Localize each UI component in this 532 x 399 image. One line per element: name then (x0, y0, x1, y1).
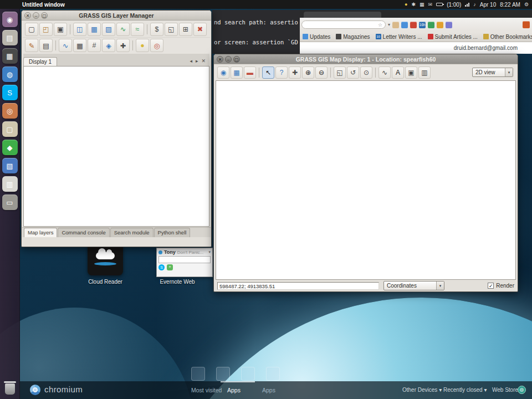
extension-icon[interactable] (437, 22, 443, 28)
tab-close-icon[interactable]: ✕ (201, 58, 206, 64)
save-display-button[interactable]: ▣ (405, 66, 417, 79)
minimize-button[interactable]: – (33, 12, 39, 19)
launcher-item-package-manager[interactable]: ▧ (2, 158, 18, 173)
maximize-button[interactable]: ▢ (41, 12, 48, 19)
launcher-item-chromium[interactable]: ◍ (2, 66, 18, 82)
add-text-overlay-button[interactable]: A (392, 66, 404, 79)
launcher-item-archive[interactable]: ▥ (2, 176, 18, 192)
zoom-back-button[interactable]: ↺ (347, 66, 359, 79)
add-contact-icon[interactable]: + (167, 264, 173, 270)
battery-icon[interactable] (436, 3, 443, 6)
histogram-button[interactable]: ▦ (73, 39, 86, 52)
close-button[interactable]: ✕ (24, 12, 31, 19)
pan-tool-button[interactable]: ✚ (289, 66, 301, 79)
display-map-button[interactable]: ◉ (217, 66, 229, 79)
app-thumbnail[interactable] (216, 367, 230, 381)
web-store-link[interactable]: Web Store (492, 387, 518, 393)
app-thumbnail[interactable] (241, 367, 255, 381)
analyze-button[interactable]: ∿ (378, 66, 391, 79)
launcher-item-software-center[interactable]: ◎ (2, 103, 18, 119)
minimize-button[interactable]: – (225, 56, 232, 63)
tab-search-module[interactable]: Search module (110, 228, 154, 237)
network-signal-icon[interactable] (465, 2, 469, 7)
extension-icon[interactable] (392, 22, 399, 28)
app-thumbnail[interactable] (191, 367, 205, 381)
app-thumbnail[interactable] (266, 367, 280, 381)
zoom-in-button[interactable]: ⊕ (302, 66, 314, 79)
new-workspace-button[interactable]: ▢ (25, 23, 38, 36)
browser-menu-icon[interactable] (523, 21, 530, 28)
tab-map-layers[interactable]: Map layers (24, 228, 57, 237)
extension-icon[interactable] (410, 22, 417, 28)
cloud-reader-app-icon[interactable] (88, 242, 123, 275)
delete-layer-button[interactable]: ✖ (193, 23, 207, 36)
clock-date[interactable]: Apr 10 (480, 2, 496, 8)
map-calculator-button[interactable]: # (88, 39, 101, 52)
add-multiple-layers-button[interactable]: ◫ (73, 23, 86, 36)
tab-display-1[interactable]: Display 1 (23, 57, 57, 66)
tab-python-shell[interactable]: Python shell (154, 228, 191, 237)
bookmark-item[interactable]: Magazines (336, 34, 370, 40)
close-button[interactable]: ✕ (217, 56, 223, 63)
coordinate-mode-select[interactable]: Coordinates ▾ (383, 281, 444, 290)
skype-icon[interactable]: S (158, 264, 165, 270)
pointer-tool-button[interactable]: ↖ (262, 66, 274, 79)
render-map-button[interactable]: ▦ (231, 66, 243, 79)
profile-button[interactable]: ∿ (59, 39, 72, 52)
help-button[interactable]: ◎ (150, 39, 163, 52)
volume-icon[interactable]: ♪ (473, 0, 476, 9)
zoom-options-button[interactable]: ⊙ (360, 66, 372, 79)
georectify-button[interactable]: ✚ (116, 39, 130, 52)
settings-button[interactable]: ● (136, 39, 149, 52)
digitize-button[interactable]: ✎ (25, 39, 38, 52)
tab-next-icon[interactable]: ▸ (196, 58, 198, 64)
bookmark-star-icon[interactable]: ☆ (378, 22, 382, 28)
map-display-titlebar[interactable]: ✕ – ▢ GRASS GIS Map Display: 1 - Locatio… (214, 54, 518, 64)
extension-icon[interactable] (401, 22, 408, 28)
status-dot-icon[interactable]: ● (405, 0, 407, 9)
add-group-button[interactable]: ◱ (165, 23, 178, 36)
clock-time[interactable]: 8:22 AM (500, 2, 520, 8)
terminal-window[interactable]: nd_search_path: assertio or_screen: asse… (212, 10, 300, 54)
add-vector-misc-button[interactable]: ≈ (131, 23, 144, 36)
app-label-cloud-reader[interactable]: Cloud Reader (78, 279, 133, 285)
attribute-table-button[interactable]: ▤ (39, 39, 53, 52)
launcher-item-files[interactable]: ▤ (2, 30, 18, 45)
map-canvas[interactable] (216, 80, 516, 280)
erase-display-button[interactable]: ▬ (244, 66, 256, 79)
section-apps-2[interactable]: Apps (262, 387, 275, 393)
zoom-extent-button[interactable]: ◱ (334, 66, 346, 79)
section-apps[interactable]: Apps (227, 387, 241, 393)
layer-tree[interactable] (23, 66, 209, 227)
open-workspace-button[interactable]: ◰ (39, 23, 53, 36)
grid-indicator-icon[interactable]: ▦ (420, 0, 424, 9)
view-mode-select[interactable]: 2D view ▾ (472, 68, 513, 77)
extension-icon[interactable] (446, 22, 452, 28)
browser-tab[interactable] (304, 12, 381, 18)
maximize-button[interactable]: ▢ (233, 56, 240, 63)
render-checkbox[interactable]: ✓ (488, 283, 494, 289)
add-raster-button[interactable]: ▦ (88, 23, 101, 36)
timer-extension-icon[interactable]: 16h (419, 22, 426, 28)
session-gear-icon[interactable]: ⚙ (524, 0, 529, 9)
other-devices-link[interactable]: Other Devices ▾ (402, 387, 442, 393)
tab-command-console[interactable]: Command console (58, 228, 109, 237)
query-tool-button[interactable]: ? (275, 66, 288, 79)
other-bookmarks[interactable]: Other Bookmarks (483, 34, 532, 40)
bookmark-item[interactable]: 10 Letter Writers ... (376, 34, 422, 40)
launcher-item-skype[interactable]: S (2, 85, 18, 100)
trash-icon[interactable] (5, 383, 15, 395)
chat-input[interactable] (158, 256, 211, 263)
add-raster-misc-button[interactable]: ▨ (102, 23, 115, 36)
recently-closed-link[interactable]: Recently closed ▾ (443, 387, 487, 393)
launcher-item-dash[interactable]: ◉ (2, 12, 18, 27)
chat-contact-row[interactable]: Tony Don't Panic... ▾ (157, 248, 212, 255)
launcher-item-boxes[interactable]: ▢ (2, 121, 18, 137)
add-command-layer-button[interactable]: $ (150, 23, 163, 36)
address-dropdown-icon[interactable]: ▾ (388, 22, 390, 27)
add-vector-button[interactable]: ∿ (116, 23, 130, 36)
save-workspace-button[interactable]: ▣ (54, 23, 67, 36)
section-most-visited[interactable]: Most visited (191, 387, 222, 393)
mail-indicator-icon[interactable]: ✉ (428, 0, 433, 9)
bluetooth-icon[interactable]: ✱ (412, 0, 416, 9)
